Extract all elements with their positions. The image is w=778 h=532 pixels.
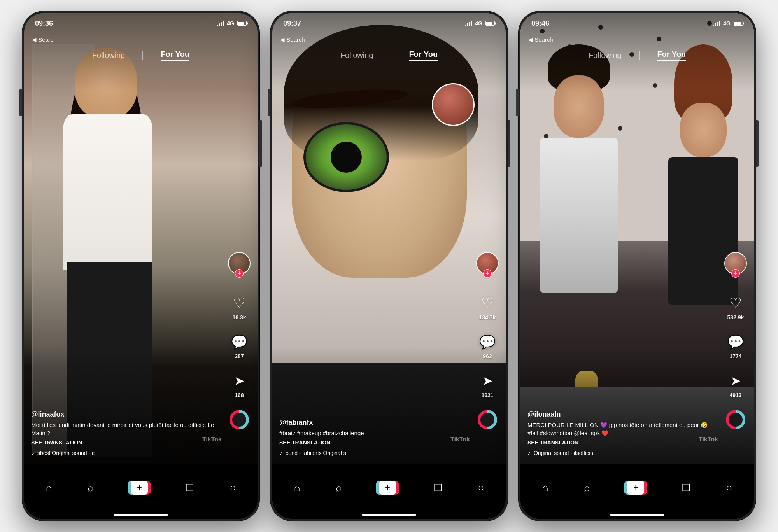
comment-count-2: 962 — [483, 353, 492, 359]
inbox-icon-1: ☐ — [185, 482, 194, 494]
nav-add-3[interactable]: + — [626, 481, 646, 495]
tab-following-1[interactable]: Following — [92, 51, 125, 60]
signal-bar-3-4 — [719, 21, 720, 26]
nav-search-3[interactable]: ⌕ — [584, 482, 590, 494]
video-info-1: @linaafox Moi tt l'es lundi matin devant… — [31, 410, 223, 457]
heart-symbol-2: ♡ — [481, 295, 494, 311]
nav-add-1[interactable]: + — [129, 481, 149, 495]
follow-plus-1[interactable]: + — [235, 269, 244, 278]
record-disc-3 — [726, 410, 745, 429]
heart-symbol-3: ♡ — [729, 295, 742, 311]
bottom-nav-3: ⌂ ⌕ + ☐ ○ — [520, 464, 754, 519]
search-back-3[interactable]: ◀ Search — [528, 36, 553, 43]
network-label-1: 4G — [227, 20, 234, 26]
share-action-1[interactable]: ➤ 168 — [230, 371, 249, 398]
nav-tabs-3: Following For You — [520, 45, 754, 65]
tab-for-you-2[interactable]: For You — [409, 50, 438, 61]
sound-bar-1: ♪ sbest Original sound - c — [31, 450, 223, 457]
home-icon-3: ⌂ — [542, 482, 548, 494]
signal-bar-2 — [219, 23, 220, 26]
nav-home-2[interactable]: ⌂ — [294, 482, 300, 494]
inbox-icon-2: ☐ — [433, 482, 442, 494]
see-translation-1[interactable]: SEE TRANSLATION — [31, 439, 223, 446]
like-action-2[interactable]: ♡ 134.7k — [478, 293, 497, 320]
profile-icon-2: ○ — [478, 482, 484, 494]
add-button-3[interactable]: + — [626, 481, 646, 495]
video-info-2: @fabianfx #bratz #makeup #bratzchallenge… — [279, 418, 471, 457]
search-back-2[interactable]: ◀ Search — [280, 36, 305, 43]
username-2[interactable]: @fabianfx — [279, 418, 471, 427]
add-button-2[interactable]: + — [377, 481, 398, 495]
nav-add-2[interactable]: + — [377, 481, 398, 495]
heart-icon-2: ♡ — [478, 293, 497, 313]
phone-2: 09:37 4G ◀ Search — [270, 11, 508, 521]
share-icon-2: ➤ — [478, 371, 497, 390]
username-1[interactable]: @linaafox — [31, 410, 223, 418]
signal-bar-2-2 — [467, 23, 468, 26]
nav-inbox-3[interactable]: ☐ — [682, 482, 690, 494]
share-action-2[interactable]: ➤ 1621 — [478, 371, 497, 398]
share-count-3: 4913 — [729, 392, 741, 398]
eye-area-2 — [303, 122, 412, 200]
search-bar-2[interactable]: ◀ Search — [272, 33, 506, 47]
nav-home-3[interactable]: ⌂ — [542, 482, 548, 494]
share-symbol-1: ➤ — [234, 373, 245, 388]
music-note-2: ♪ — [279, 450, 282, 457]
add-button-1[interactable]: + — [129, 481, 149, 495]
comment-action-3[interactable]: 💬 1774 — [726, 332, 745, 359]
nav-profile-1[interactable]: ○ — [230, 482, 236, 494]
follow-plus-2[interactable]: + — [483, 269, 492, 278]
signal-bar-2-1 — [465, 24, 466, 26]
search-bar-1[interactable]: ◀ Search — [24, 33, 258, 47]
tab-following-2[interactable]: Following — [340, 51, 373, 60]
nav-tabs-2: Following For You — [272, 45, 506, 65]
like-action-3[interactable]: ♡ 532.9k — [726, 293, 745, 320]
tab-for-you-3[interactable]: For You — [657, 50, 686, 61]
see-translation-2[interactable]: SEE TRANSLATION — [279, 439, 471, 446]
network-label-2: 4G — [475, 20, 482, 26]
nav-search-1[interactable]: ⌕ — [88, 482, 94, 494]
username-3[interactable]: @ilonaaln — [527, 410, 719, 418]
add-button-inner-3: + — [627, 481, 644, 495]
battery-3 — [734, 21, 743, 26]
right-actions-1: + ♡ 16.3k 💬 287 ➤ — [228, 252, 251, 429]
search-back-1[interactable]: ◀ Search — [32, 36, 57, 43]
share-count-2: 1621 — [481, 392, 493, 398]
battery-2 — [485, 21, 495, 26]
share-count-1: 168 — [235, 392, 244, 398]
avatar-container-2[interactable]: + — [476, 252, 499, 275]
avatar-container-3[interactable]: + — [724, 252, 747, 275]
tab-divider-2 — [391, 51, 391, 60]
signal-bar-3 — [221, 22, 222, 26]
sound-text-3: Original sound - itsofficia — [534, 450, 593, 456]
share-action-3[interactable]: ➤ 4913 — [726, 371, 745, 398]
battery-fill-2 — [486, 22, 492, 25]
battery-fill-1 — [238, 22, 244, 25]
like-action-1[interactable]: ♡ 16.3k — [230, 293, 249, 320]
search-bar-3[interactable]: ◀ Search — [520, 33, 754, 47]
home-indicator-3 — [610, 514, 664, 516]
body-left-3 — [540, 138, 618, 293]
avatar-container-1[interactable]: + — [228, 252, 251, 275]
see-translation-3[interactable]: SEE TRANSLATION — [527, 439, 719, 446]
nav-home-1[interactable]: ⌂ — [46, 482, 52, 494]
comment-action-2[interactable]: 💬 962 — [478, 332, 497, 359]
phone-1: 09:36 4G ◀ Search — [22, 11, 259, 521]
nav-search-2[interactable]: ⌕ — [336, 482, 342, 494]
add-button-inner-2: + — [379, 481, 396, 495]
caption-1: Moi tt l'es lundi matin devant le miroir… — [31, 421, 223, 437]
big-eye-2 — [303, 122, 389, 192]
heart-symbol-1: ♡ — [233, 295, 245, 311]
record-disc-inner-1 — [232, 413, 246, 427]
tab-following-3[interactable]: Following — [589, 51, 621, 60]
status-bar-2: 09:37 4G — [272, 13, 506, 33]
status-time-3: 09:46 — [531, 19, 549, 28]
nav-inbox-2[interactable]: ☐ — [433, 482, 442, 494]
tab-for-you-1[interactable]: For You — [161, 50, 189, 61]
comment-action-1[interactable]: 💬 287 — [230, 332, 249, 359]
follow-plus-3[interactable]: + — [731, 269, 740, 278]
nav-profile-3[interactable]: ○ — [726, 482, 732, 494]
nav-profile-2[interactable]: ○ — [478, 482, 484, 494]
nav-inbox-1[interactable]: ☐ — [185, 482, 194, 494]
shirt-element — [63, 114, 152, 270]
